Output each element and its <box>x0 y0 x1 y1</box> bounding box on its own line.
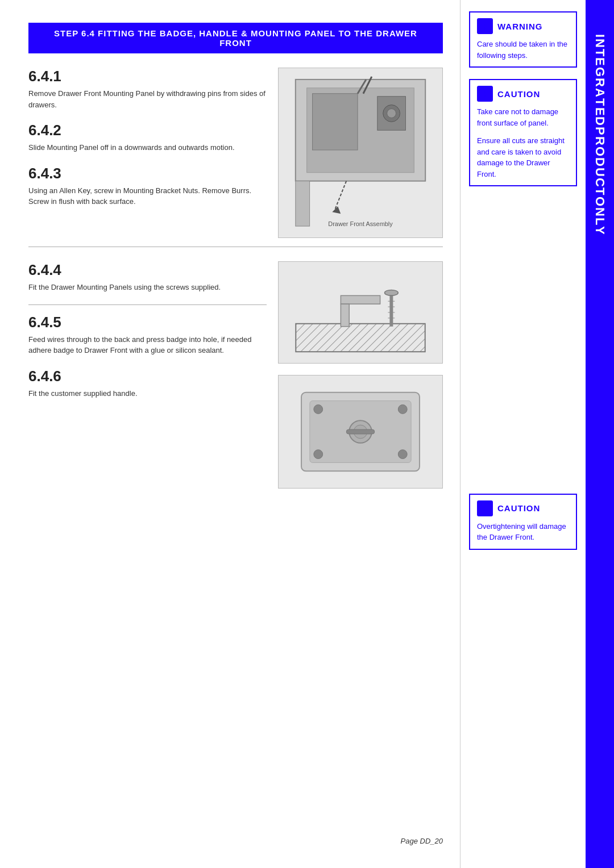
step-number-643: 6.4.3 <box>28 165 267 182</box>
svg-rect-14 <box>341 295 380 304</box>
vertical-label-letters: INTEGRATEDPRODUCTONLY <box>590 34 609 236</box>
vertical-letter: P <box>590 127 609 136</box>
step-desc-645: Feed wires through to the back and press… <box>28 334 267 356</box>
svg-point-27 <box>398 450 407 459</box>
vertical-letter: A <box>590 88 609 98</box>
upper-content-grid: 6.4.1 Remove Drawer Front Mounting Panel… <box>28 68 443 238</box>
step-desc-642: Slide Mounting Panel off in a downwards … <box>28 142 267 153</box>
vertical-letter: E <box>590 107 609 117</box>
vertical-letter: G <box>590 67 609 78</box>
warning-icon: ! <box>477 18 493 34</box>
right-sidebar: ! WARNING Care should be taken in the fo… <box>460 0 586 868</box>
svg-rect-15 <box>341 304 349 327</box>
caution1-icon: ! <box>477 86 493 102</box>
vertical-letter: L <box>590 218 609 226</box>
svg-marker-9 <box>332 206 341 214</box>
svg-point-25 <box>398 404 407 414</box>
vertical-letter: O <box>590 147 609 157</box>
svg-point-26 <box>314 450 323 459</box>
drawer-svg: Drawer Front Assembly <box>279 68 442 237</box>
vertical-letter: U <box>590 168 609 178</box>
warning-title: ! WARNING <box>477 18 569 34</box>
screw-svg <box>279 262 442 363</box>
vertical-letter: N <box>590 39 609 49</box>
step-block-643: 6.4.3 Using an Allen Key, screw in Mount… <box>28 165 267 207</box>
section-divider-2 <box>28 304 267 305</box>
vertical-letter: T <box>590 187 609 196</box>
caution1-text1: Take care not to damage front surface of… <box>477 106 569 128</box>
svg-rect-13 <box>296 324 425 352</box>
section-divider-1 <box>28 247 443 247</box>
lower-images-column <box>278 261 443 489</box>
main-content: STEP 6.4 FITTING THE BADGE, HANDLE & MOU… <box>0 0 460 868</box>
svg-point-24 <box>314 404 323 414</box>
caution2-box: ! CAUTION Overtightening will damage the… <box>469 494 577 550</box>
step-block-642: 6.4.2 Slide Mounting Panel off in a down… <box>28 122 267 153</box>
step-desc-646: Fit the customer supplied handle. <box>28 388 267 399</box>
svg-point-17 <box>385 290 399 295</box>
warning-box: ! WARNING Care should be taken in the fo… <box>469 11 577 68</box>
svg-text:Drawer Front Assembly: Drawer Front Assembly <box>328 220 393 227</box>
step-number-644: 6.4.4 <box>28 261 267 279</box>
upper-images-column: Drawer Front Assembly <box>278 68 443 238</box>
caution1-box: ! CAUTION Take care not to damage front … <box>469 79 577 186</box>
vertical-letter: T <box>590 49 609 57</box>
svg-rect-2 <box>313 94 358 150</box>
caution1-title: ! CAUTION <box>477 86 569 102</box>
caution2-icon: ! <box>477 500 493 516</box>
warning-text: Care should be taken in the following st… <box>477 39 569 61</box>
svg-rect-30 <box>346 429 375 434</box>
step-block-645: 6.4.5 Feed wires through to the back and… <box>28 314 267 356</box>
vertical-letter: E <box>590 57 609 67</box>
vertical-label: INTEGRATEDPRODUCTONLY <box>586 0 614 868</box>
step-number-641: 6.4.1 <box>28 68 267 85</box>
caution1-text2: Ensure all cuts are straight and care is… <box>477 135 569 180</box>
screw-bracket-image <box>278 261 443 364</box>
svg-point-7 <box>387 109 396 118</box>
step-desc-641: Remove Drawer Front Mounting Panel by wi… <box>28 88 267 110</box>
sidebar-spacer-2 <box>469 561 577 857</box>
badge-image <box>278 375 443 489</box>
step-number-646: 6.4.6 <box>28 368 267 385</box>
caution1-label: CAUTION <box>497 89 540 99</box>
vertical-letter: R <box>590 136 609 147</box>
sidebar-spacer <box>469 198 577 494</box>
vertical-letter: T <box>590 98 609 107</box>
vertical-letter: C <box>590 178 609 188</box>
step-block-644: 6.4.4 Fit the Drawer Mounting Panels usi… <box>28 261 267 293</box>
step-header: STEP 6.4 FITTING THE BADGE, HANDLE & MOU… <box>28 23 443 53</box>
vertical-letter: D <box>590 157 609 168</box>
caution2-label: CAUTION <box>497 503 540 513</box>
svg-line-8 <box>335 181 346 210</box>
vertical-letter: N <box>590 207 609 218</box>
svg-rect-10 <box>296 181 310 226</box>
caution2-title: ! CAUTION <box>477 500 569 516</box>
upper-steps-column: 6.4.1 Remove Drawer Front Mounting Panel… <box>28 68 267 238</box>
step-number-645: 6.4.5 <box>28 314 267 331</box>
step-number-642: 6.4.2 <box>28 122 267 139</box>
step-desc-643: Using an Allen Key, screw in Mounting Br… <box>28 185 267 207</box>
page-number: Page DD_20 <box>28 825 443 845</box>
vertical-letter: O <box>590 197 609 207</box>
step-desc-644: Fit the Drawer Mounting Panels using the… <box>28 282 267 293</box>
step-block-641: 6.4.1 Remove Drawer Front Mounting Panel… <box>28 68 267 110</box>
vertical-letter: R <box>590 78 609 88</box>
lower-steps-column: 6.4.4 Fit the Drawer Mounting Panels usi… <box>28 261 267 489</box>
vertical-letter: Y <box>590 226 609 236</box>
warning-label: WARNING <box>497 22 543 31</box>
lower-content-grid: 6.4.4 Fit the Drawer Mounting Panels usi… <box>28 261 443 489</box>
drawer-front-image: Drawer Front Assembly <box>278 68 443 238</box>
caution2-text: Overtightening will damage the Drawer Fr… <box>477 521 569 543</box>
vertical-letter: I <box>590 34 609 39</box>
vertical-letter: D <box>590 116 609 127</box>
step-block-646: 6.4.6 Fit the customer supplied handle. <box>28 368 267 399</box>
badge-svg <box>279 375 442 488</box>
